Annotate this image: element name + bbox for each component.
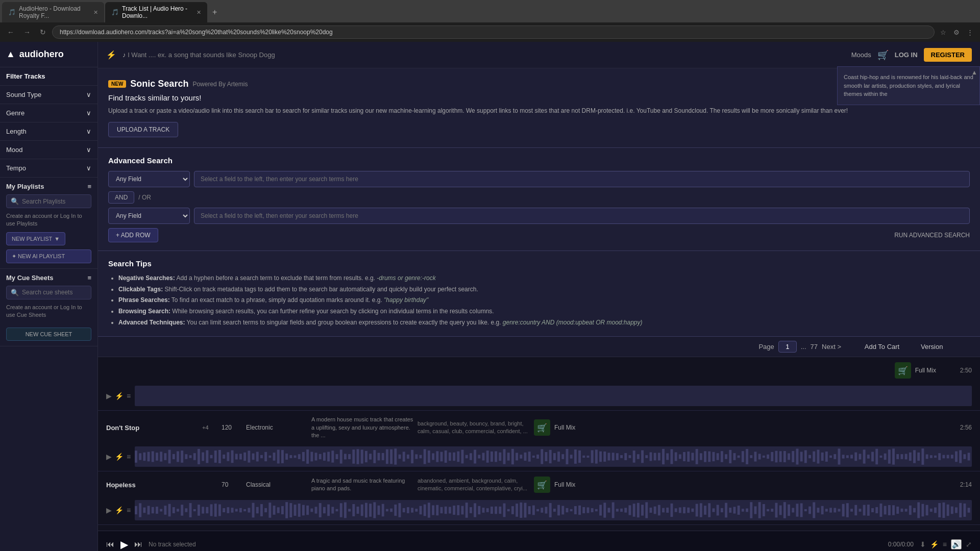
tempo-header[interactable]: Tempo ∨ [0,159,97,177]
track-1-versions: +4 [202,424,217,431]
register-button[interactable]: REGISTER [924,48,972,62]
or-label: / OR [138,194,151,201]
tooltip-close[interactable]: ▲ [971,69,977,76]
svg-rect-578 [880,504,883,517]
track-1-lightning[interactable]: ⚡ [115,453,124,461]
run-advanced-search-button[interactable]: RUN ADVANCED SEARCH [894,232,970,239]
svg-rect-481 [474,504,476,517]
upload-track-button[interactable]: UPLOAD A TRACK [108,122,178,137]
browser-tab-2[interactable]: 🎵 Track List | Audio Hero - Downlo... ✕ [105,2,207,22]
menu-button[interactable]: ⋮ [964,27,976,38]
extensions-button[interactable]: ⚙ [951,27,962,38]
bookmark-button[interactable]: ☆ [938,27,949,38]
track-1-desc: A modern house music track that creates … [311,416,413,439]
tab2-close[interactable]: ✕ [197,9,201,16]
track-1-name[interactable]: Don't Stop [106,424,198,432]
page-input[interactable] [778,341,797,353]
search-term-input-1[interactable] [194,171,970,187]
player-prev-button[interactable]: ⏮ [106,540,114,549]
svg-rect-507 [582,507,585,513]
tip-label-5: Advanced Techniques: [118,319,185,326]
player-expand-button[interactable]: ⤢ [966,539,972,549]
search-cue-sheets-bar[interactable]: 🔍 [6,286,91,299]
svg-rect-219 [214,450,217,463]
tip-item-4: Browsing Search: While browsing search r… [118,306,970,317]
track-1-list[interactable]: ≡ [127,453,131,461]
search-term-input-2[interactable] [194,208,970,224]
forward-button[interactable]: → [20,26,34,38]
search-cue-sheets-input[interactable] [22,289,98,296]
svg-rect-293 [524,453,527,461]
svg-rect-232 [269,456,272,458]
svg-rect-267 [415,455,418,459]
mood-header[interactable]: Mood ∨ [0,141,97,159]
tab1-close[interactable]: ✕ [93,9,98,16]
login-button[interactable]: LOG IN [895,51,918,59]
svg-rect-301 [557,452,560,462]
svg-rect-211 [181,450,183,463]
field-select-2[interactable]: Any Field [108,208,190,224]
back-button[interactable]: ← [4,26,17,38]
track-0-version: Full Mix [915,367,956,374]
header-right: Moods 🛒 LOG IN REGISTER [851,48,972,62]
svg-rect-502 [561,506,564,515]
add-row-button[interactable]: + ADD ROW [108,228,158,242]
svg-rect-424 [235,509,238,512]
search-playlists-input[interactable] [22,198,98,205]
track-2-play[interactable]: ▶ [106,506,112,514]
track-0-play[interactable]: ▶ [106,392,112,400]
next-page-button[interactable]: Next > [822,343,841,350]
svg-rect-442 [311,509,313,512]
browser-tab-1[interactable]: 🎵 AudioHero - Download Royalty F... ✕ [2,2,104,22]
sound-type-header[interactable]: Sound Type ∨ [0,86,97,104]
moods-button[interactable]: Moods [851,51,871,59]
svg-rect-500 [553,509,556,512]
track-2-list[interactable]: ≡ [127,506,131,514]
track-1-add-cart[interactable]: 🛒 [534,419,550,436]
new-tab-button[interactable]: + [208,6,221,19]
address-bar[interactable] [52,26,935,39]
player-list-button[interactable]: ≡ [943,539,947,549]
and-button[interactable]: AND [108,191,134,204]
new-playlist-button[interactable]: NEW PLAYLIST ▼ [6,232,65,245]
svg-rect-355 [783,451,786,462]
svg-rect-579 [884,506,887,515]
svg-rect-377 [875,449,878,465]
svg-rect-528 [671,504,673,517]
track-0-list[interactable]: ≡ [127,392,131,400]
track-2-genre[interactable]: Classical [246,481,307,488]
svg-rect-371 [850,455,853,459]
player-download-button[interactable]: ⬇ [920,539,926,549]
track-1-play[interactable]: ▶ [106,453,112,461]
svg-rect-508 [587,508,590,513]
svg-rect-509 [591,508,594,512]
track-1-genre[interactable]: Electronic [246,424,307,431]
field-select-1[interactable]: Any Field [108,171,190,187]
player-lightning-button[interactable]: ⚡ [930,539,939,549]
player-volume-button[interactable]: 🔊 [951,539,962,549]
player-play-button[interactable]: ▶ [120,538,128,550]
new-cue-sheet-button[interactable]: NEW CUE SHEET [6,328,91,341]
svg-rect-283 [482,453,485,461]
svg-rect-575 [867,505,870,516]
reload-button[interactable]: ↻ [37,26,49,38]
track-0-add-cart[interactable]: 🛒 [895,362,911,379]
svg-rect-421 [223,508,225,512]
track-2-name[interactable]: Hopeless [106,481,198,489]
new-ai-playlist-button[interactable]: ✦ NEW AI PLAYLIST [6,249,91,263]
search-playlists-bar[interactable]: 🔍 [6,194,91,208]
svg-rect-573 [859,509,862,512]
track-0-lightning[interactable]: ⚡ [115,392,124,400]
genre-header[interactable]: Genre ∨ [0,104,97,122]
track-2-lightning[interactable]: ⚡ [115,506,124,514]
svg-rect-240 [302,452,305,461]
player-next-button[interactable]: ⏭ [134,540,142,549]
cart-icon[interactable]: 🛒 [877,49,889,61]
svg-rect-429 [256,507,259,514]
svg-rect-511 [599,505,602,516]
svg-rect-266 [411,450,413,463]
length-header[interactable]: Length ∨ [0,122,97,140]
svg-rect-366 [829,456,832,458]
svg-rect-277 [457,452,460,462]
track-2-add-cart[interactable]: 🛒 [534,477,550,493]
